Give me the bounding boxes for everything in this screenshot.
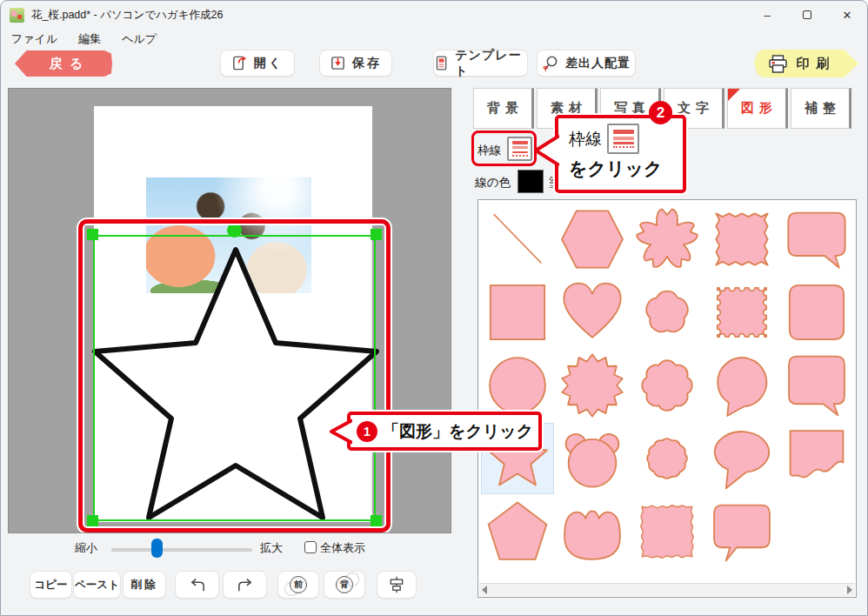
shape-item-balloon-round[interactable]: [705, 350, 778, 421]
shape-item-starburst[interactable]: [556, 350, 629, 421]
template-icon: [434, 55, 449, 71]
menu-item-edit[interactable]: 編集: [78, 31, 101, 47]
paste-button[interactable]: ペースト: [73, 571, 121, 599]
shape-item-zigzag-square[interactable]: [705, 204, 778, 275]
zoom-slider-track[interactable]: [111, 548, 252, 552]
fit-view-checkbox[interactable]: [304, 541, 317, 553]
window-title: 花_桜.padd* - パソコンでハガキ作成26: [31, 8, 223, 23]
align-center-button[interactable]: [377, 571, 417, 599]
front-circle-icon: 前: [290, 576, 307, 593]
scroll-left-icon[interactable]: [482, 586, 487, 594]
fit-view-label: 全体表示: [320, 540, 365, 556]
border-button-highlight: [471, 131, 537, 166]
shape-item-heart[interactable]: [556, 277, 629, 348]
design-canvas[interactable]: [8, 88, 451, 533]
shape-item-sakura[interactable]: [631, 204, 704, 275]
shape-item-stamp-square[interactable]: [705, 277, 778, 348]
shape-item-rough-edge-square[interactable]: [631, 496, 704, 567]
horizontal-scrollbar[interactable]: [479, 583, 855, 596]
menu-bar: ファイル編集ヘルプ: [1, 29, 867, 49]
undo-icon: [188, 577, 207, 593]
step2-badge: 2: [649, 101, 672, 124]
maximize-icon: [803, 10, 811, 19]
minimize-button[interactable]: –: [747, 1, 787, 29]
menu-item-file[interactable]: ファイル: [11, 31, 57, 47]
shape-item-balloon-oval[interactable]: [705, 423, 778, 494]
tab-shape[interactable]: 図形: [727, 88, 788, 129]
back-dotted-icon: [345, 572, 359, 586]
sender-label: 差出人配置: [565, 56, 631, 71]
print-button[interactable]: 印刷: [754, 50, 858, 77]
step1-badge: 1: [357, 421, 377, 442]
shape-item-chrysanthemum[interactable]: [631, 423, 704, 494]
undo-button[interactable]: [175, 571, 219, 599]
shape-item-wave-bottom-rect[interactable]: [780, 423, 853, 494]
sender-layout-button[interactable]: 〒 差出人配置: [537, 50, 636, 77]
zoom-in-label: 拡大: [260, 540, 283, 556]
annotation-highlight-rect: [78, 219, 391, 532]
redo-button[interactable]: [223, 571, 267, 599]
shape-grid: [480, 203, 854, 568]
shape-item-scallop-circle[interactable]: [631, 350, 704, 421]
align-center-icon: [388, 576, 405, 593]
callout-step1: 1 「図形」をクリック: [347, 412, 542, 451]
back-button[interactable]: 戻る: [15, 50, 112, 77]
sender-icon: 〒: [542, 55, 559, 72]
step2-border-icon: [607, 124, 639, 154]
scroll-right-icon[interactable]: [847, 586, 852, 594]
callout1-tail: [328, 418, 352, 445]
save-button[interactable]: 保存: [319, 50, 392, 77]
app-window: 花_桜.padd* - パソコンでハガキ作成26 – ✕ ファイル編集ヘルプ 戻…: [0, 0, 868, 616]
title-bar: 花_桜.padd* - パソコンでハガキ作成26 – ✕: [1, 1, 867, 29]
template-label: テンプレート: [455, 48, 527, 79]
tab-background[interactable]: 背景: [473, 88, 534, 129]
callout2-tail: [531, 133, 559, 168]
send-to-back-button[interactable]: 背: [324, 571, 365, 599]
save-icon: [330, 55, 346, 71]
open-button[interactable]: 開く: [220, 50, 295, 77]
template-button[interactable]: テンプレート: [433, 50, 528, 77]
zoom-slider-thumb[interactable]: [151, 539, 163, 558]
menu-item-help[interactable]: ヘルプ: [122, 31, 157, 47]
shape-list-panel: [477, 199, 857, 598]
shape-item-speech-bubble-left-tail[interactable]: [705, 496, 778, 567]
step2-text: をクリック: [569, 157, 676, 181]
shape-item-square[interactable]: [481, 277, 554, 348]
shape-item-hexagon[interactable]: [556, 204, 629, 275]
save-label: 保存: [352, 56, 382, 71]
shape-item-speech-bubble-tall[interactable]: [780, 350, 853, 421]
tab-correction[interactable]: 補整: [791, 88, 851, 129]
shape-item-speech-bubble-rect[interactable]: [780, 204, 853, 275]
shape-item-line[interactable]: [481, 204, 554, 275]
open-label: 開く: [254, 56, 284, 71]
svg-text:〒: 〒: [543, 65, 551, 72]
copy-button[interactable]: コピー: [30, 571, 72, 599]
step1-text: 「図形」をクリック: [383, 420, 533, 443]
bring-to-front-button[interactable]: 前: [277, 571, 319, 599]
print-label: 印刷: [797, 56, 837, 72]
print-icon: [768, 55, 788, 73]
callout-step2: 枠線 をクリック: [555, 115, 686, 193]
shape-item-rounded-square[interactable]: [780, 277, 853, 348]
line-color-label: 線の色: [475, 175, 511, 191]
redo-icon: [236, 577, 255, 593]
close-button[interactable]: ✕: [827, 1, 867, 29]
shape-item-flower-5petal[interactable]: [631, 277, 704, 348]
delete-button[interactable]: 削除: [123, 571, 166, 599]
app-icon: [10, 8, 24, 23]
shape-item-tulip[interactable]: [556, 496, 629, 567]
shape-item-circle[interactable]: [481, 350, 554, 421]
zoom-out-label: 縮小: [75, 540, 97, 556]
maximize-button[interactable]: [787, 1, 827, 29]
step2-border-label: 枠線: [569, 128, 602, 151]
shape-item-bear-face[interactable]: [556, 423, 629, 494]
shape-item-pentagon[interactable]: [481, 496, 554, 567]
line-color-swatch[interactable]: [517, 170, 544, 193]
open-icon: [231, 55, 248, 71]
